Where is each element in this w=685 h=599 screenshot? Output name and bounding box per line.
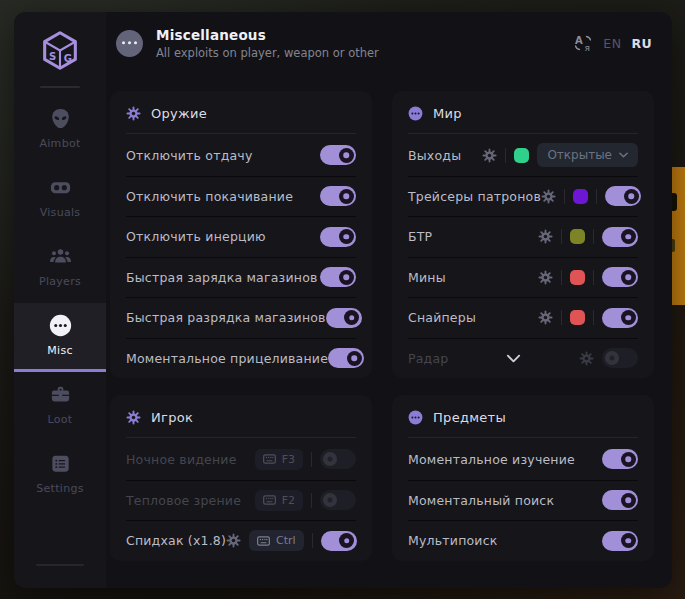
language-switcher: A я ENRU bbox=[573, 33, 652, 53]
key-badge[interactable]: F3 bbox=[255, 449, 303, 470]
color-swatch[interactable] bbox=[514, 148, 529, 163]
control-separator bbox=[311, 493, 312, 508]
section-items: ПредметыМоментальное изучениеМоментальны… bbox=[392, 395, 654, 561]
svg-text:G: G bbox=[64, 53, 72, 64]
toggle[interactable] bbox=[328, 348, 364, 368]
lang-ru[interactable]: RU bbox=[631, 36, 652, 51]
toggle[interactable] bbox=[320, 186, 356, 206]
toggle-knob bbox=[621, 533, 636, 548]
toggle-knob bbox=[339, 148, 354, 163]
row-label: Спидхак (x1.8) bbox=[126, 533, 226, 548]
sidebar-item-aimbot[interactable]: Aimbot bbox=[14, 96, 106, 165]
toggle[interactable] bbox=[605, 186, 641, 206]
dropdown[interactable]: Открытые bbox=[537, 143, 638, 167]
row-label: Моментальное прицеливание bbox=[126, 351, 328, 366]
keyboard-icon bbox=[263, 495, 276, 505]
goggles-icon bbox=[49, 176, 72, 199]
toggle-knob bbox=[621, 493, 636, 508]
section-header: Оружие bbox=[126, 91, 356, 133]
toggle-knob bbox=[339, 189, 354, 204]
key-badge[interactable]: Ctrl bbox=[249, 530, 304, 551]
row-controls bbox=[320, 145, 356, 165]
sidebar-item-misc[interactable]: Misc bbox=[14, 303, 106, 372]
sidebar-item-players[interactable]: Players bbox=[14, 234, 106, 303]
gear-icon[interactable] bbox=[579, 351, 594, 366]
gear-icon[interactable] bbox=[482, 148, 497, 163]
feature-row: Отключить отдачу bbox=[126, 135, 356, 176]
players-icon bbox=[49, 245, 72, 268]
cheat-menu-window: SG S G Aimbot Visuals Players Misc Loot … bbox=[14, 12, 672, 588]
feature-row: Спидхак (x1.8) Ctrl bbox=[126, 520, 356, 561]
control-separator bbox=[311, 452, 312, 467]
row-label: Радар bbox=[408, 351, 448, 366]
row-label: Выходы bbox=[408, 148, 461, 163]
gear-icon[interactable] bbox=[541, 189, 556, 204]
gear-icon[interactable] bbox=[538, 310, 553, 325]
section-divider bbox=[408, 437, 638, 438]
sidebar: SG S G Aimbot Visuals Players Misc Loot … bbox=[14, 12, 106, 588]
toggle[interactable] bbox=[326, 308, 362, 328]
toggle-knob bbox=[339, 533, 354, 548]
row-controls bbox=[538, 267, 638, 287]
toggle[interactable] bbox=[320, 490, 356, 510]
row-controls: F3 bbox=[255, 449, 356, 470]
toggle[interactable] bbox=[602, 490, 638, 510]
toggle[interactable] bbox=[602, 227, 638, 247]
toggle[interactable] bbox=[602, 449, 638, 469]
color-swatch[interactable] bbox=[570, 229, 585, 244]
row-controls bbox=[538, 308, 638, 328]
lang-en[interactable]: EN bbox=[603, 36, 621, 51]
toggle[interactable] bbox=[320, 145, 356, 165]
row-label: Мины bbox=[408, 270, 446, 285]
language-options: ENRU bbox=[603, 36, 652, 51]
feature-row: Трейсеры патронов bbox=[408, 176, 638, 217]
page-title: Miscellaneous bbox=[156, 27, 379, 43]
ellipsis-icon bbox=[408, 410, 423, 425]
sidebar-item-visuals[interactable]: Visuals bbox=[14, 165, 106, 234]
toggle[interactable] bbox=[321, 531, 357, 551]
section-divider bbox=[408, 133, 638, 134]
row-controls bbox=[320, 267, 356, 287]
expand-chevron-icon[interactable] bbox=[506, 351, 521, 366]
color-swatch[interactable] bbox=[570, 270, 585, 285]
feature-row: Радар bbox=[408, 338, 638, 379]
column-right: МирВыходы ОткрытыеТрейсеры патронов БТР … bbox=[392, 91, 654, 588]
toggle[interactable] bbox=[602, 267, 638, 287]
toggle-knob bbox=[621, 452, 636, 467]
sidebar-item-label: Visuals bbox=[40, 206, 81, 219]
row-controls bbox=[579, 348, 638, 368]
chevron-down-icon bbox=[619, 152, 628, 158]
translate-icon: A я bbox=[573, 33, 593, 53]
toggle[interactable] bbox=[602, 348, 638, 368]
section-title: Оружие bbox=[151, 106, 207, 121]
sidebar-item-loot[interactable]: Loot bbox=[14, 372, 106, 441]
gear-icon[interactable] bbox=[538, 270, 553, 285]
page-header: Miscellaneous All exploits on player, we… bbox=[106, 12, 672, 74]
toggle[interactable] bbox=[320, 267, 356, 287]
row-label: БТР bbox=[408, 229, 432, 244]
sidebar-nav: Aimbot Visuals Players Misc Loot Setting… bbox=[14, 96, 106, 510]
sidebar-bottom-divider bbox=[36, 564, 84, 566]
toggle[interactable] bbox=[602, 308, 638, 328]
sidebar-item-settings[interactable]: Settings bbox=[14, 441, 106, 510]
section-header: Предметы bbox=[408, 395, 638, 437]
toggle[interactable] bbox=[320, 449, 356, 469]
row-label: Моментальный поиск bbox=[408, 493, 554, 508]
control-separator bbox=[593, 310, 594, 325]
feature-row: Мины bbox=[408, 257, 638, 298]
app-logo-icon: SG S G bbox=[37, 28, 83, 74]
briefcase-icon bbox=[49, 383, 72, 406]
toggle[interactable] bbox=[320, 227, 356, 247]
row-controls bbox=[320, 227, 356, 247]
ellipsis-icon bbox=[49, 314, 72, 337]
key-badge[interactable]: F2 bbox=[255, 490, 303, 511]
sidebar-item-label: Misc bbox=[47, 344, 73, 357]
control-separator bbox=[593, 229, 594, 244]
color-swatch[interactable] bbox=[570, 310, 585, 325]
toggle[interactable] bbox=[602, 531, 638, 551]
feature-row: Мультипоиск bbox=[408, 520, 638, 561]
color-swatch[interactable] bbox=[573, 189, 588, 204]
gear-icon[interactable] bbox=[226, 533, 241, 548]
ellipsis-icon bbox=[408, 106, 423, 121]
gear-icon[interactable] bbox=[538, 229, 553, 244]
